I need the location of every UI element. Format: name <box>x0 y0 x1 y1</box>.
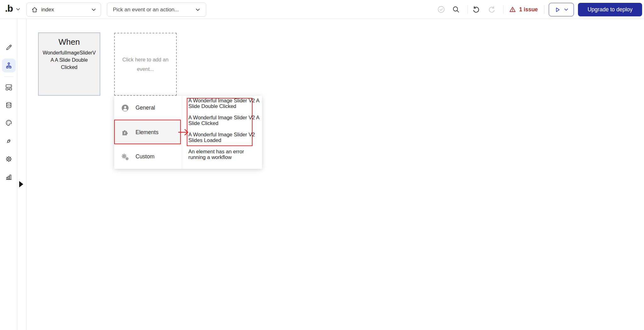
person-icon <box>121 104 129 112</box>
search-icon[interactable] <box>452 5 460 14</box>
menu-category-custom[interactable]: Custom <box>114 145 182 169</box>
bar-chart-icon[interactable] <box>5 173 13 181</box>
sidebar-divider <box>4 77 14 77</box>
workflow-event-card[interactable]: When WonderfulImageSliderVA A Slide Doub… <box>38 32 100 96</box>
puzzle-icon <box>121 128 129 136</box>
gear-icon[interactable] <box>5 155 13 163</box>
page-dropdown[interactable]: index <box>26 3 101 17</box>
menu-category-label: General <box>136 105 155 111</box>
menu-category-general[interactable]: General <box>114 96 182 120</box>
toolbar-divider <box>544 5 544 14</box>
panel-expand-arrow[interactable] <box>19 181 23 187</box>
page-dropdown-label: index <box>41 7 91 13</box>
palette-icon[interactable] <box>5 119 13 127</box>
preview-run-button[interactable] <box>549 3 574 16</box>
issues-indicator[interactable]: 1 issue <box>509 0 538 19</box>
add-event-box[interactable]: Click here to add an event... <box>114 33 177 96</box>
upgrade-to-deploy-button[interactable]: Upgrade to deploy <box>578 3 642 16</box>
issues-label: 1 issue <box>519 6 538 13</box>
workspace-chevron-icon[interactable] <box>16 7 20 12</box>
chevron-down-icon <box>195 7 200 12</box>
menu-divider <box>182 96 182 169</box>
event-action-dropdown[interactable]: Pick an event or an action... <box>107 3 206 17</box>
left-sidebar: ? <box>0 19 17 330</box>
database-icon[interactable] <box>5 101 13 109</box>
menu-category-elements[interactable]: Elements <box>114 120 182 145</box>
event-option[interactable]: A Wonderful Image Slider V2 Slides Loade… <box>188 132 260 143</box>
chevron-down-icon <box>91 7 96 12</box>
event-action-placeholder: Pick an event or an action... <box>113 7 195 13</box>
warning-icon <box>509 6 516 13</box>
bubble-logo: .b <box>5 3 13 14</box>
event-option[interactable]: A Wonderful Image Slider V2 A Slide Doub… <box>188 98 260 109</box>
undo-icon[interactable] <box>472 5 480 14</box>
event-picker-menu: General Elements Custom A Wonderful Imag… <box>114 96 262 169</box>
plug-icon[interactable] <box>5 137 13 145</box>
menu-category-label: Custom <box>136 153 154 160</box>
menu-category-label: Elements <box>136 129 158 136</box>
event-option[interactable]: A Wonderful Image Slider V2 A Slide Clic… <box>188 115 260 126</box>
toolbar-divider <box>468 5 468 14</box>
event-option[interactable]: An element has an error running a workfl… <box>188 149 260 160</box>
redo-icon[interactable] <box>488 5 496 14</box>
toolbar-divider <box>503 5 503 14</box>
add-event-label: Click here to add an event... <box>121 55 170 74</box>
event-card-title: When <box>39 37 100 47</box>
gears-icon <box>121 153 129 161</box>
reusables-icon[interactable] <box>5 83 13 91</box>
workflow-icon[interactable] <box>5 62 13 69</box>
save-status-check-icon <box>437 5 445 14</box>
chevron-down-icon <box>564 7 569 12</box>
pencil-icon[interactable] <box>5 44 13 51</box>
event-card-description: WonderfulImageSliderVA A Slide Double Cl… <box>42 49 96 71</box>
collapsed-panel-strip <box>17 19 26 330</box>
home-icon <box>31 6 38 13</box>
top-toolbar: .b index Pick an event or an action... <box>0 0 644 19</box>
play-icon <box>554 6 561 13</box>
